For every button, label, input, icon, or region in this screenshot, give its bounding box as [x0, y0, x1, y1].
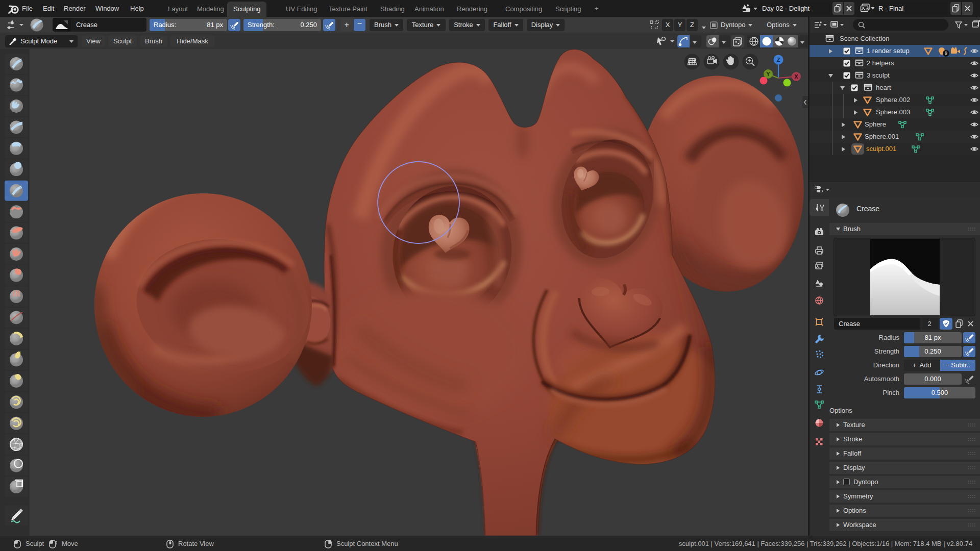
- svg-text:Y: Y: [766, 71, 770, 77]
- svg-text:X: X: [794, 73, 798, 80]
- svg-text:Z: Z: [777, 57, 780, 63]
